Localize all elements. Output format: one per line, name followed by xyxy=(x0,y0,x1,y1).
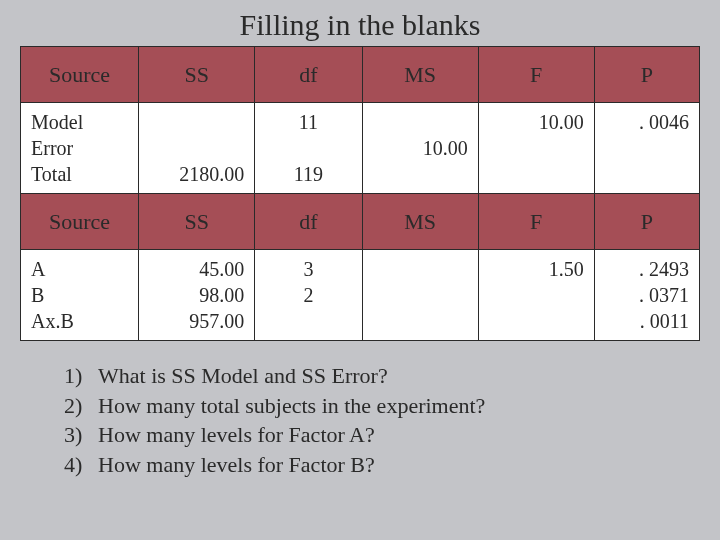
value-p-a: . 2493 xyxy=(605,256,689,282)
col2-source: Source xyxy=(21,194,139,250)
anova-table: Source SS df MS F P Model Error Total 21… xyxy=(20,46,700,341)
cell-f-effects: 1.50 xyxy=(478,250,594,341)
question-2: 2) How many total subjects in the experi… xyxy=(64,391,700,421)
label-total: Total xyxy=(31,161,128,187)
label-model: Model xyxy=(31,109,128,135)
page-title: Filling in the blanks xyxy=(20,8,700,42)
question-4: 4) How many levels for Factor B? xyxy=(64,450,700,480)
value-p-b: . 0371 xyxy=(605,282,689,308)
header-row-bottom: Source SS df MS F P xyxy=(21,194,700,250)
cell-ss-effects: 45.00 98.00 957.00 xyxy=(139,250,255,341)
cell-ms-effects xyxy=(362,250,478,341)
question-number: 3) xyxy=(64,420,98,450)
header-row-top: Source SS df MS F P xyxy=(21,47,700,103)
col2-p: P xyxy=(594,194,699,250)
col-df: df xyxy=(255,47,362,103)
col-ss: SS xyxy=(139,47,255,103)
question-list: 1) What is SS Model and SS Error? 2) How… xyxy=(20,361,700,480)
cell-p-effects: . 2493 . 0371 . 0011 xyxy=(594,250,699,341)
cell-df-overall: 11 119 xyxy=(255,103,362,194)
cell-ss-overall: 2180.00 xyxy=(139,103,255,194)
col2-f: F xyxy=(478,194,594,250)
value-f-a: 1.50 xyxy=(489,256,584,282)
row-overall: Model Error Total 2180.00 11 119 10.00 1… xyxy=(21,103,700,194)
cell-source-overall: Model Error Total xyxy=(21,103,139,194)
question-text: How many levels for Factor A? xyxy=(98,420,375,450)
value-ss-b: 98.00 xyxy=(149,282,244,308)
col-p: P xyxy=(594,47,699,103)
col2-ss: SS xyxy=(139,194,255,250)
value-ss-axb: 957.00 xyxy=(149,308,244,334)
label-a: A xyxy=(31,256,128,282)
value-ms-error: 10.00 xyxy=(373,135,468,161)
cell-p-overall: . 0046 xyxy=(594,103,699,194)
question-3: 3) How many levels for Factor A? xyxy=(64,420,700,450)
question-text: What is SS Model and SS Error? xyxy=(98,361,388,391)
value-p-model: . 0046 xyxy=(605,109,689,135)
cell-ms-overall: 10.00 xyxy=(362,103,478,194)
question-number: 2) xyxy=(64,391,98,421)
value-ss-total: 2180.00 xyxy=(149,161,244,187)
question-text: How many total subjects in the experimen… xyxy=(98,391,485,421)
question-number: 4) xyxy=(64,450,98,480)
question-number: 1) xyxy=(64,361,98,391)
col2-df: df xyxy=(255,194,362,250)
value-df-total: 119 xyxy=(265,161,351,187)
question-text: How many levels for Factor B? xyxy=(98,450,375,480)
col-ms: MS xyxy=(362,47,478,103)
value-df-a: 3 xyxy=(265,256,351,282)
value-f-model: 10.00 xyxy=(489,109,584,135)
label-b: B xyxy=(31,282,128,308)
value-df-b: 2 xyxy=(265,282,351,308)
label-axb: Ax.B xyxy=(31,308,128,334)
cell-f-overall: 10.00 xyxy=(478,103,594,194)
label-error: Error xyxy=(31,135,128,161)
value-df-model: 11 xyxy=(265,109,351,135)
col-f: F xyxy=(478,47,594,103)
col2-ms: MS xyxy=(362,194,478,250)
cell-source-effects: A B Ax.B xyxy=(21,250,139,341)
question-1: 1) What is SS Model and SS Error? xyxy=(64,361,700,391)
value-p-axb: . 0011 xyxy=(605,308,689,334)
value-ss-a: 45.00 xyxy=(149,256,244,282)
col-source: Source xyxy=(21,47,139,103)
cell-df-effects: 3 2 xyxy=(255,250,362,341)
row-effects: A B Ax.B 45.00 98.00 957.00 3 2 1.50 . 2… xyxy=(21,250,700,341)
